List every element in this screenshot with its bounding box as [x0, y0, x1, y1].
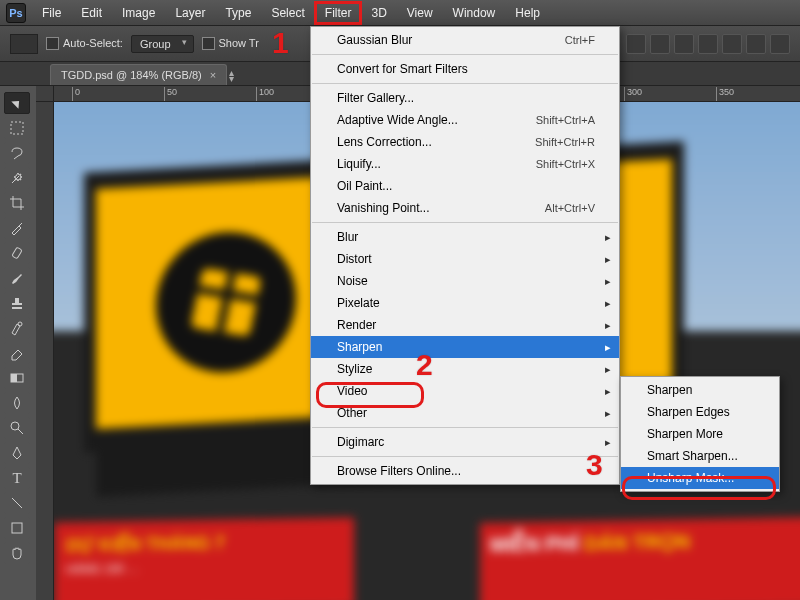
menu-help[interactable]: Help: [505, 2, 550, 24]
filter-sharpen[interactable]: Sharpen: [311, 336, 619, 358]
tool-marquee[interactable]: [4, 117, 30, 139]
menu-window[interactable]: Window: [443, 2, 506, 24]
sharpen-edges[interactable]: Sharpen Edges: [621, 401, 779, 423]
auto-select-mode[interactable]: Group: [131, 35, 194, 53]
show-transform-checkbox[interactable]: Show Tr: [202, 37, 259, 51]
ruler-corner: [36, 86, 54, 102]
show-transform-label: Show Tr: [219, 37, 259, 49]
filter-pixelate[interactable]: Pixelate: [311, 292, 619, 314]
tool-lasso[interactable]: [4, 142, 30, 164]
tool-blur[interactable]: [4, 392, 30, 414]
app-logo: Ps: [6, 3, 26, 23]
menu-select[interactable]: Select: [261, 2, 314, 24]
tool-dodge[interactable]: [4, 417, 30, 439]
filter-other[interactable]: Other: [311, 402, 619, 424]
menu-filter[interactable]: Filter: [315, 2, 362, 24]
filter-video[interactable]: Video: [311, 380, 619, 402]
menubar: Ps File Edit Image Layer Type Select Fil…: [0, 0, 800, 26]
ruler-tick: 350: [716, 87, 734, 101]
separator: [312, 83, 618, 84]
filter-lens-correction[interactable]: Lens Correction...Shift+Ctrl+R: [311, 131, 619, 153]
tool-eyedropper[interactable]: [4, 217, 30, 239]
svg-rect-1: [12, 247, 22, 259]
svg-rect-6: [12, 523, 22, 533]
svg-point-5: [11, 422, 19, 430]
menu-file[interactable]: File: [32, 2, 71, 24]
align-icon[interactable]: [650, 34, 670, 54]
separator: [312, 54, 618, 55]
sharpen-sharpen[interactable]: Sharpen: [621, 379, 779, 401]
tool-brush[interactable]: [4, 267, 30, 289]
align-icon[interactable]: [746, 34, 766, 54]
ruler-vertical[interactable]: [36, 102, 54, 600]
menu-3d[interactable]: 3D: [361, 2, 396, 24]
filter-oil-paint[interactable]: Oil Paint...: [311, 175, 619, 197]
tool-wand[interactable]: [4, 167, 30, 189]
sharpen-unsharp-mask[interactable]: Unsharp Mask...: [621, 467, 779, 489]
auto-select-checkbox[interactable]: Auto-Select:: [46, 37, 123, 51]
align-icon[interactable]: [770, 34, 790, 54]
tool-shape[interactable]: [4, 517, 30, 539]
tool-eraser[interactable]: [4, 342, 30, 364]
tool-pen[interactable]: [4, 442, 30, 464]
tools-panel: T: [2, 90, 32, 566]
close-icon[interactable]: ×: [210, 69, 216, 81]
filter-stylize[interactable]: Stylize: [311, 358, 619, 380]
filter-noise[interactable]: Noise: [311, 270, 619, 292]
sharpen-smart[interactable]: Smart Sharpen...: [621, 445, 779, 467]
align-icon[interactable]: [626, 34, 646, 54]
filter-gallery[interactable]: Filter Gallery...: [311, 87, 619, 109]
tool-hand[interactable]: [4, 542, 30, 564]
tool-type[interactable]: T: [4, 467, 30, 489]
sharpen-more[interactable]: Sharpen More: [621, 423, 779, 445]
tool-gradient[interactable]: [4, 367, 30, 389]
filter-menu: Gaussian BlurCtrl+F Convert for Smart Fi…: [310, 26, 620, 485]
menu-edit[interactable]: Edit: [71, 2, 112, 24]
tool-move[interactable]: [4, 92, 30, 114]
filter-vanishing-point[interactable]: Vanishing Point...Alt+Ctrl+V: [311, 197, 619, 219]
filter-digimarc[interactable]: Digimarc: [311, 431, 619, 453]
align-icon[interactable]: [722, 34, 742, 54]
ruler-tick: 0: [72, 87, 80, 101]
banner-text: HÀNG 150 …: [66, 558, 342, 577]
banner-text: MIỄN PHÍ: [490, 532, 584, 556]
ruler-tick: 100: [256, 87, 274, 101]
ruler-tick: 300: [624, 87, 642, 101]
filter-render[interactable]: Render: [311, 314, 619, 336]
menu-type[interactable]: Type: [215, 2, 261, 24]
document-title: TGDD.psd @ 184% (RGB/8): [61, 69, 202, 81]
tool-stamp[interactable]: [4, 292, 30, 314]
menu-view[interactable]: View: [397, 2, 443, 24]
filter-distort[interactable]: Distort: [311, 248, 619, 270]
align-icons: [626, 34, 790, 54]
tool-history[interactable]: [4, 317, 30, 339]
banner-text: DỰ KIẾN THÁNG 7: [66, 530, 342, 557]
filter-liquify[interactable]: Liquify...Shift+Ctrl+X: [311, 153, 619, 175]
svg-rect-0: [11, 122, 23, 134]
ruler-tick: 50: [164, 87, 177, 101]
separator: [312, 427, 618, 428]
tool-crop[interactable]: [4, 192, 30, 214]
align-icon[interactable]: [674, 34, 694, 54]
separator: [312, 222, 618, 223]
align-icon[interactable]: [698, 34, 718, 54]
filter-last[interactable]: Gaussian BlurCtrl+F: [311, 29, 619, 51]
tool-heal[interactable]: [4, 242, 30, 264]
sharpen-submenu: Sharpen Sharpen Edges Sharpen More Smart…: [620, 376, 780, 492]
filter-convert-smart[interactable]: Convert for Smart Filters: [311, 58, 619, 80]
menu-layer[interactable]: Layer: [165, 2, 215, 24]
document-tab[interactable]: TGDD.psd @ 184% (RGB/8) ×: [50, 64, 227, 85]
filter-blur[interactable]: Blur: [311, 226, 619, 248]
filter-adaptive-wide-angle[interactable]: Adaptive Wide Angle...Shift+Ctrl+A: [311, 109, 619, 131]
auto-select-label: Auto-Select:: [63, 37, 123, 49]
menu-image[interactable]: Image: [112, 2, 165, 24]
filter-browse-online[interactable]: Browse Filters Online...: [311, 460, 619, 482]
move-tool-icon[interactable]: [10, 34, 38, 54]
svg-rect-4: [11, 374, 17, 382]
separator: [312, 456, 618, 457]
tab-overflow-icon[interactable]: ▴▾: [229, 70, 234, 85]
banner-text: DÁN TRỌN: [584, 530, 690, 554]
tool-path[interactable]: [4, 492, 30, 514]
